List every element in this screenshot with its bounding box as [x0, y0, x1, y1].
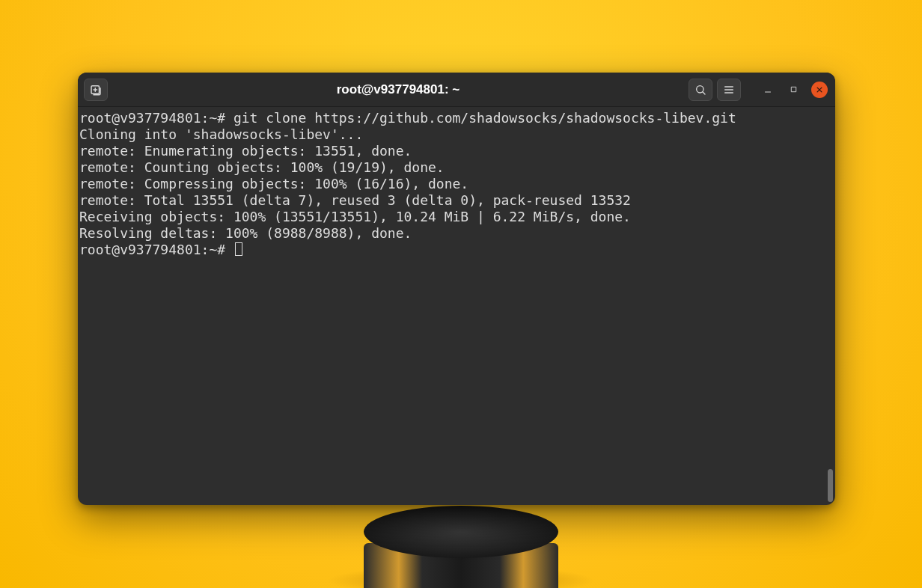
- maximize-icon: [790, 85, 798, 94]
- close-icon: [816, 86, 823, 94]
- scrollbar-thumb[interactable]: [828, 469, 833, 502]
- terminal-line[interactable]: Cloning into 'shadowsocks-libev'...: [79, 126, 834, 143]
- titlebar[interactable]: root@v937794801: ~: [78, 73, 835, 107]
- minimize-button[interactable]: [757, 79, 778, 100]
- terminal-line[interactable]: Receiving objects: 100% (13551/13551), 1…: [79, 209, 834, 225]
- terminal-output[interactable]: root@v937794801:~# git clone https://git…: [79, 110, 834, 258]
- maximize-button[interactable]: [783, 79, 804, 100]
- desktop-background: root@v937794801: ~: [0, 0, 922, 588]
- terminal-line[interactable]: remote: Total 13551 (delta 7), reused 3 …: [79, 192, 834, 209]
- new-tab-button[interactable]: [84, 79, 108, 101]
- menu-button[interactable]: [717, 79, 741, 101]
- minimize-icon: [763, 85, 772, 94]
- svg-rect-7: [791, 87, 796, 91]
- terminal-line[interactable]: remote: Counting objects: 100% (19/19), …: [79, 159, 834, 176]
- terminal-line[interactable]: remote: Compressing objects: 100% (16/16…: [79, 176, 834, 192]
- window-title: root@v937794801: ~: [112, 82, 684, 97]
- close-button[interactable]: [811, 82, 828, 98]
- terminal-line[interactable]: root@v937794801:~#: [79, 242, 834, 258]
- svg-line-2: [703, 91, 705, 94]
- hamburger-icon: [723, 84, 735, 96]
- terminal-line[interactable]: root@v937794801:~# git clone https://git…: [79, 110, 834, 126]
- terminal-line[interactable]: Resolving deltas: 100% (8988/8988), done…: [79, 225, 834, 242]
- terminal-viewport[interactable]: root@v937794801:~# git clone https://git…: [78, 107, 835, 505]
- terminal-line[interactable]: remote: Enumerating objects: 13551, done…: [79, 143, 834, 159]
- terminal-window: root@v937794801: ~: [78, 73, 835, 505]
- search-icon: [694, 84, 706, 96]
- terminal-cursor: [235, 242, 242, 256]
- new-tab-icon: [89, 83, 103, 97]
- search-button[interactable]: [689, 79, 712, 101]
- desk-object: [334, 498, 588, 588]
